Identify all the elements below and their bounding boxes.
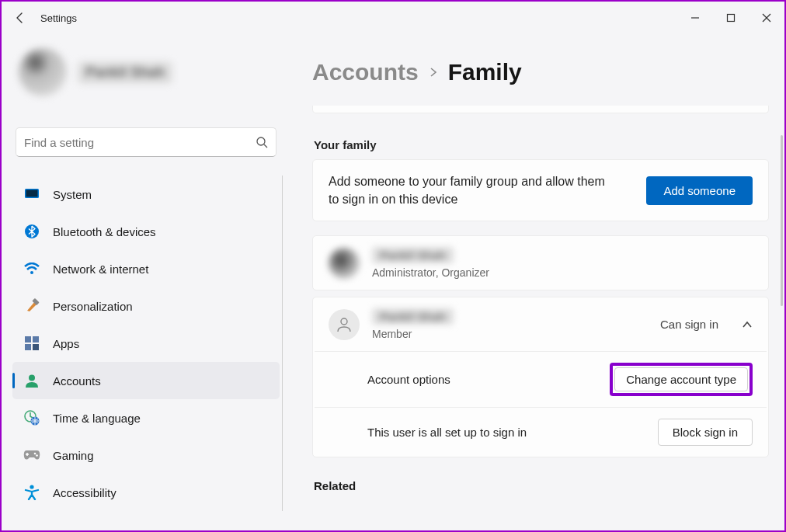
svg-point-4 bbox=[257, 137, 265, 145]
member-name: Pankil Shah bbox=[372, 308, 454, 325]
svg-point-19 bbox=[36, 454, 38, 457]
add-someone-button[interactable]: Add someone bbox=[646, 176, 753, 205]
accessibility-icon bbox=[23, 484, 40, 501]
sidebar-item-accounts[interactable]: Accounts bbox=[12, 362, 280, 399]
profile-name: Pankil Shah bbox=[78, 61, 172, 84]
arrow-left-icon bbox=[14, 12, 26, 24]
family-member-admin[interactable]: Pankil Shah Administrator, Organizer bbox=[312, 235, 769, 290]
chevron-up-icon bbox=[742, 318, 753, 332]
account-options-label: Account options bbox=[367, 373, 450, 386]
sidebar-item-personalization[interactable]: Personalization bbox=[12, 287, 280, 325]
family-member-row[interactable]: Pankil Shah Member Can sign in bbox=[313, 297, 768, 351]
search-icon bbox=[256, 136, 268, 148]
block-sign-in-button[interactable]: Block sign in bbox=[658, 419, 753, 446]
member-avatar-generic bbox=[329, 309, 360, 340]
sidebar: Pankil Shah System Bluetooth & devi bbox=[2, 34, 289, 530]
member-role: Administrator, Organizer bbox=[372, 266, 489, 279]
svg-point-20 bbox=[30, 485, 33, 489]
previous-section-peek bbox=[312, 106, 769, 113]
svg-point-18 bbox=[34, 453, 37, 455]
add-someone-card: Add someone to your family group and all… bbox=[312, 159, 769, 221]
svg-line-5 bbox=[264, 144, 267, 148]
main-content: Accounts Family Your family Add someone … bbox=[289, 34, 784, 530]
breadcrumb-root[interactable]: Accounts bbox=[312, 59, 419, 85]
add-someone-label: Add someone to your family group and all… bbox=[329, 172, 608, 208]
close-icon bbox=[762, 13, 771, 23]
breadcrumb: Accounts Family bbox=[312, 59, 769, 85]
svg-rect-7 bbox=[26, 190, 38, 197]
sidebar-item-label: Accessibility bbox=[53, 486, 117, 499]
person-outline-icon bbox=[336, 316, 353, 333]
member-avatar bbox=[329, 248, 360, 279]
sidebar-item-label: Accounts bbox=[53, 374, 101, 388]
search-input-wrapper[interactable] bbox=[16, 127, 276, 157]
nav-scroll-indicator bbox=[282, 176, 283, 511]
account-options-row: Account options Change account type bbox=[313, 352, 768, 407]
sidebar-item-label: Network & internet bbox=[53, 263, 148, 276]
scrollbar-thumb[interactable] bbox=[781, 135, 783, 306]
person-icon bbox=[23, 372, 40, 389]
svg-point-9 bbox=[30, 271, 33, 274]
section-your-family: Your family bbox=[314, 138, 769, 151]
sidebar-item-label: Bluetooth & devices bbox=[53, 225, 156, 238]
window-title: Settings bbox=[40, 12, 77, 24]
sidebar-item-time-language[interactable]: Time & language bbox=[12, 399, 280, 436]
svg-rect-14 bbox=[33, 344, 39, 350]
svg-rect-11 bbox=[25, 336, 31, 342]
sidebar-item-label: Time & language bbox=[53, 412, 141, 425]
minimize-icon bbox=[690, 13, 700, 23]
monitor-icon bbox=[23, 186, 40, 203]
breadcrumb-current: Family bbox=[448, 59, 522, 85]
sidebar-item-label: Personalization bbox=[53, 300, 133, 313]
signin-status-row: This user is all set up to sign in Block… bbox=[313, 408, 768, 457]
profile-block[interactable]: Pankil Shah bbox=[12, 42, 280, 106]
minimize-button[interactable] bbox=[677, 6, 713, 30]
sidebar-item-accessibility[interactable]: Accessibility bbox=[12, 474, 280, 511]
svg-rect-12 bbox=[33, 336, 39, 342]
change-account-type-button[interactable]: Change account type bbox=[614, 367, 748, 391]
apps-icon bbox=[23, 335, 40, 352]
member-role: Member bbox=[372, 328, 454, 340]
sidebar-item-network[interactable]: Network & internet bbox=[12, 250, 280, 287]
close-button[interactable] bbox=[749, 6, 784, 30]
sidebar-item-system[interactable]: System bbox=[12, 176, 280, 213]
maximize-button[interactable] bbox=[713, 6, 749, 30]
svg-point-15 bbox=[29, 375, 35, 381]
section-related: Related bbox=[314, 479, 769, 492]
sidebar-item-gaming[interactable]: Gaming bbox=[12, 436, 280, 474]
maximize-icon bbox=[726, 13, 736, 23]
member-status: Can sign in bbox=[660, 318, 718, 331]
annotation-highlight: Change account type bbox=[610, 363, 753, 396]
sidebar-item-label: Gaming bbox=[53, 449, 94, 462]
signin-status-label: This user is all set up to sign in bbox=[367, 426, 527, 439]
gamepad-icon bbox=[23, 447, 40, 464]
svg-rect-1 bbox=[728, 15, 735, 22]
nav: System Bluetooth & devices Network & int… bbox=[12, 176, 280, 511]
sidebar-item-bluetooth[interactable]: Bluetooth & devices bbox=[12, 213, 280, 250]
svg-rect-13 bbox=[25, 344, 31, 350]
title-bar: Settings bbox=[2, 2, 784, 34]
back-button[interactable] bbox=[14, 12, 36, 24]
sidebar-item-apps[interactable]: Apps bbox=[12, 325, 280, 362]
family-member-expanded: Pankil Shah Member Can sign in Account o… bbox=[312, 297, 769, 457]
clock-globe-icon bbox=[23, 409, 40, 426]
sidebar-item-label: System bbox=[53, 188, 92, 201]
search-input[interactable] bbox=[24, 136, 256, 149]
avatar bbox=[19, 48, 67, 96]
wifi-icon bbox=[23, 260, 40, 277]
bluetooth-icon bbox=[23, 223, 40, 240]
member-name: Pankil Shah bbox=[372, 247, 454, 263]
svg-point-21 bbox=[341, 318, 347, 325]
chevron-right-icon bbox=[430, 64, 437, 82]
brush-icon bbox=[23, 297, 40, 315]
sidebar-item-label: Apps bbox=[53, 337, 79, 350]
